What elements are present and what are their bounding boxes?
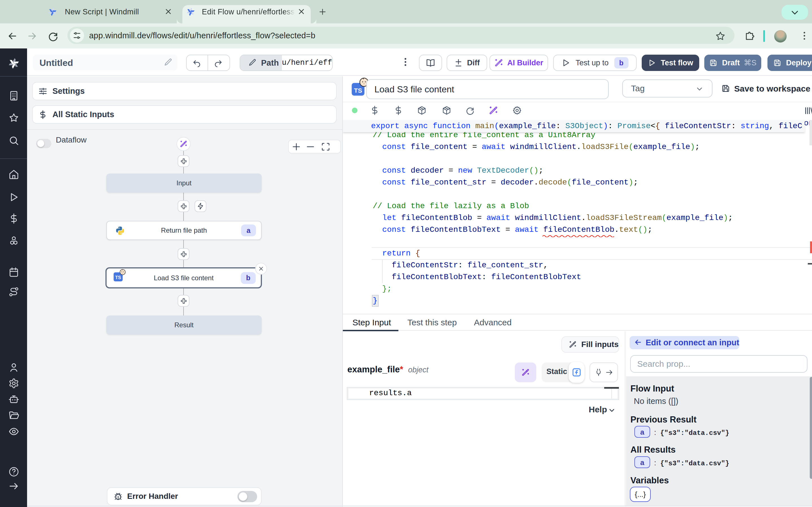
svg-text:TS: TS [354, 87, 362, 94]
svg-text:TS: TS [115, 275, 121, 280]
